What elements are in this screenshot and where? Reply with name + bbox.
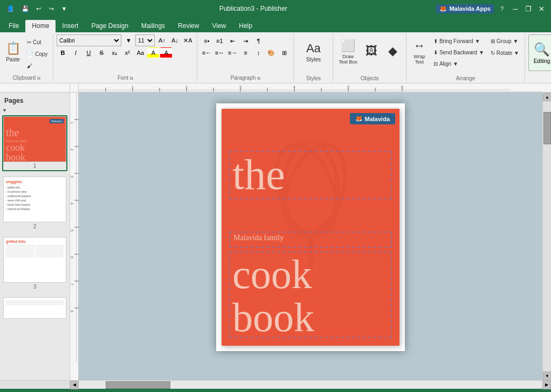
styles-button[interactable]: Aa Styles [297, 34, 329, 69]
wrap-text-button[interactable]: ↔ WrapText [410, 34, 429, 69]
paragraph-expand-icon[interactable]: ⧉ [257, 76, 260, 81]
bold-button[interactable]: B [57, 47, 68, 58]
title-bottom[interactable]: cookbook [232, 253, 389, 339]
number-list-btn[interactable]: ≡1 [213, 36, 225, 46]
clear-format-btn[interactable]: ✕A [182, 35, 194, 46]
shapes-button[interactable]: ◆ [383, 34, 403, 69]
send-backward-button[interactable]: ⬇ Send Backward ▼ [431, 47, 486, 58]
font-content: Calibri ▼ 11 A↑ A↓ ✕A B I U S x₂ x² Aa A… [57, 34, 194, 74]
align-button[interactable]: ⊟ Align ▼ [431, 58, 486, 69]
font-size-select[interactable]: 11 [135, 34, 155, 46]
group-button[interactable]: ⊞ Group ▼ [488, 36, 521, 46]
send-backward-label: Send Backward [439, 50, 477, 55]
minimize-btn[interactable]: ─ [510, 3, 521, 14]
clipboard-expand-icon[interactable]: ⧉ [37, 76, 40, 81]
scroll-right-btn[interactable]: ▶ [542, 381, 551, 389]
picture-button[interactable]: 🖼 [362, 34, 381, 69]
font-family-select[interactable]: Calibri [57, 34, 121, 46]
tab-help[interactable]: Help [232, 20, 259, 32]
svg-text:3: 3 [239, 85, 242, 89]
superscript-button[interactable]: x² [121, 47, 133, 58]
underline-button[interactable]: U [82, 47, 94, 58]
align-left-btn[interactable]: ≡← [201, 47, 212, 58]
rotate-button[interactable]: ↻ Rotate ▼ [488, 47, 521, 58]
line-spacing-btn[interactable]: ↕ [252, 47, 264, 58]
help-btn[interactable]: ? [496, 3, 508, 15]
cut-button[interactable]: ✂ Cut [25, 37, 50, 47]
malavida-badge-icon: 🦊 [355, 115, 363, 122]
tab-file[interactable]: File [2, 20, 25, 32]
undo-btn[interactable]: ↩ [32, 3, 44, 15]
indent-increase-btn[interactable]: ⇥ [239, 36, 251, 46]
tab-page-design[interactable]: Page Design [85, 20, 135, 32]
strikethrough-button[interactable]: S [95, 47, 107, 58]
font-color-button[interactable]: A [160, 47, 172, 58]
thumb3-title: grilled tofu [6, 240, 64, 243]
shading-btn[interactable]: 🎨 [265, 47, 277, 58]
draw-text-box-button[interactable]: ⬜ DrawText Box [336, 34, 360, 69]
quick-access-toolbar: 💾 ↩ ↪ ▼ [19, 3, 70, 15]
close-btn[interactable]: ✕ [536, 3, 547, 14]
collapse-pages-icon[interactable]: ▼ [2, 108, 7, 113]
canvas-area[interactable]: 🦊 Malavida the Malavida family cookbook [79, 93, 542, 380]
tab-view[interactable]: View [205, 20, 232, 32]
page-thumb-3[interactable]: grilled tofu [2, 236, 67, 292]
main-layout: Pages ▼ Malavida the Malavida family coo… [0, 93, 551, 380]
page-thumb-1[interactable]: Malavida the Malavida family cookbook 1 [2, 115, 67, 171]
thumb-title-top: the [6, 127, 64, 138]
draw-text-box-label: DrawText Box [339, 54, 357, 65]
editing-icon: 🔍 [534, 42, 550, 57]
editing-content: 🔍 Editing [528, 34, 551, 80]
align-right-btn[interactable]: ≡→ [226, 47, 238, 58]
tab-review[interactable]: Review [171, 20, 205, 32]
scroll-down-btn[interactable]: ▼ [543, 372, 551, 380]
redo-btn[interactable]: ↪ [45, 3, 57, 15]
copy-button[interactable]: 📄 Copy [25, 48, 50, 59]
paste-button[interactable]: 📋 Paste [3, 34, 23, 69]
title-top[interactable]: the [232, 153, 389, 196]
tab-mailings[interactable]: Mailings [135, 20, 171, 32]
title-bar-left: 📘 💾 ↩ ↪ ▼ [4, 3, 70, 15]
scroll-up-btn[interactable]: ▲ [543, 93, 551, 101]
page-thumb-2[interactable]: veggies - grilled tofu - mushroom stew -… [2, 176, 67, 232]
font-dropdown-btn[interactable]: ▼ [122, 35, 134, 46]
page-document[interactable]: 🦊 Malavida the Malavida family cookbook [222, 109, 400, 346]
scroll-thumb[interactable] [543, 112, 551, 144]
bring-forward-dropdown[interactable]: ▼ [475, 38, 480, 44]
font-size-up-btn[interactable]: A↑ [156, 35, 168, 46]
italic-button[interactable]: I [70, 47, 81, 58]
indent-decrease-btn[interactable]: ⇤ [226, 36, 238, 46]
page-thumb-4[interactable] [2, 296, 67, 320]
bullet-list-btn[interactable]: ≡• [201, 36, 212, 46]
tab-home[interactable]: Home [25, 20, 56, 32]
font-size-down-btn[interactable]: A↓ [169, 35, 181, 46]
objects-label: Objects [336, 74, 403, 82]
save-btn[interactable]: 💾 [19, 3, 31, 15]
show-hide-btn[interactable]: ¶ [252, 36, 264, 46]
align-center-btn[interactable]: ≡↔ [213, 47, 225, 58]
format-painter-button[interactable]: 🖌 [25, 60, 50, 71]
font-expand-icon[interactable]: ⧉ [130, 76, 133, 81]
thumb2-title: veggies [6, 179, 64, 184]
justify-btn[interactable]: ≡ [239, 47, 251, 58]
ruler-corner [0, 83, 70, 92]
ribbon-group-objects: ⬜ DrawText Box 🖼 ◆ Objects [333, 33, 407, 82]
status-bar: Page: 1 of 4 ▦ ↖ − + 45% [0, 389, 551, 392]
subscript-button[interactable]: x₂ [108, 47, 120, 58]
publisher-logo-btn[interactable]: 📘 [4, 3, 16, 15]
bring-forward-button[interactable]: ⬆ Bring Forward ▼ [431, 36, 486, 46]
tab-insert[interactable]: Insert [56, 20, 85, 32]
send-backward-dropdown[interactable]: ▼ [479, 50, 484, 55]
styles-label: Styles [297, 74, 329, 82]
change-case-button[interactable]: Aa [134, 47, 146, 58]
text-highlight-button[interactable]: A [147, 47, 159, 58]
quick-access-dropdown[interactable]: ▼ [58, 3, 70, 15]
app-title: Publication3 - Publisher [70, 5, 436, 12]
borders-btn[interactable]: ⊞ [278, 47, 290, 58]
styles-content: Aa Styles [297, 34, 329, 74]
scroll-left-btn[interactable]: ◀ [70, 381, 79, 389]
restore-btn[interactable]: ❐ [523, 3, 534, 14]
editing-button[interactable]: 🔍 Editing [528, 34, 551, 71]
subtitle-text[interactable]: Malavida family [233, 234, 389, 242]
h-scroll-thumb[interactable] [106, 381, 170, 389]
